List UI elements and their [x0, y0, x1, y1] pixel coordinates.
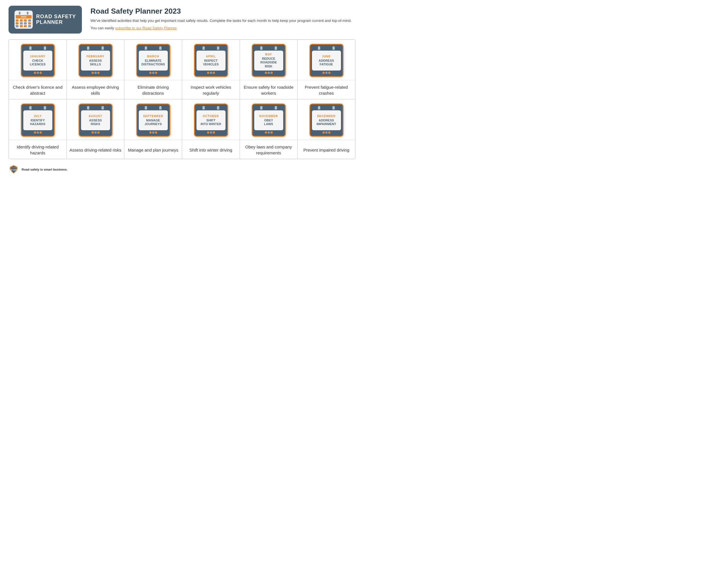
calendar-icon-november: NOVEMBER OBEYLAWS [252, 104, 286, 137]
month-desc-cell-september: Manage and plan journeys [124, 140, 182, 159]
month-name-october: OCTOBER [203, 115, 219, 118]
month-label-august: ASSESSRISKS [89, 119, 102, 126]
month-name-february: FEBRUARY [86, 55, 104, 58]
month-label-june: ADDRESSFATIGUE [319, 59, 334, 66]
month-desc-cell-july: Identify driving-related hazards [9, 140, 67, 159]
month-icon-cell-may: MAY REDUCEROADSIDERISK [240, 40, 297, 80]
calendar-icon-february: FEBRUARY ASSESSSKILLS [78, 44, 113, 77]
month-description-february: Assess employee driving skills [69, 84, 122, 96]
month-name-december: DECEMBER [317, 115, 336, 118]
month-description-september: Manage and plan journeys [128, 147, 178, 153]
calendar-icon-march: MARCH ELIMINATEDISTRACTIONS [136, 44, 170, 77]
header-description: We've identified activities that help yo… [90, 18, 355, 24]
month-name-march: MARCH [147, 55, 159, 58]
month-label-october: SHIFTINTO WINTER [200, 119, 221, 126]
svg-text:AT WORK: AT WORK [10, 167, 17, 169]
header: 2023 ROAD SAFETY PLANNER Road Safety Pla… [9, 6, 355, 34]
calendar-icon-june: JUNE ADDRESSFATIGUE [309, 44, 344, 77]
month-description-march: Eliminate driving distractions [127, 84, 179, 96]
header-content: Road Safety Planner 2023 We've identifie… [90, 7, 355, 32]
calendar-icon-december: DECEMBER ADDRESSIMPAIRMENT [309, 104, 344, 137]
month-label-april: INSPECTVEHICLES [203, 59, 219, 66]
svg-text:ROAD SAFETY: ROAD SAFETY [9, 169, 19, 171]
month-description-july: Identify driving-related hazards [11, 144, 64, 156]
month-description-november: Obey laws and company requirements [242, 144, 295, 156]
month-name-july: JULY [34, 115, 42, 118]
month-icon-cell-september: SEPTEMBER MANAGEJOURNEYS [124, 99, 182, 140]
footer-tagline: Road safety is smart business. [22, 168, 67, 171]
month-label-march: ELIMINATEDISTRACTIONS [141, 59, 165, 66]
month-icon-cell-april: APRIL INSPECTVEHICLES [182, 40, 240, 80]
month-description-april: Inspect work vehicles regularly [185, 84, 237, 96]
month-icon-cell-december: DECEMBER ADDRESSIMPAIRMENT [297, 99, 355, 140]
page-title: Road Safety Planner 2023 [90, 7, 355, 16]
month-desc-cell-november: Obey laws and company requirements [240, 140, 297, 159]
month-description-august: Assess driving-related risks [69, 147, 121, 153]
calendar-icon-april: APRIL INSPECTVEHICLES [194, 44, 228, 77]
month-desc-cell-may: Ensure safety for roadside workers [240, 80, 297, 99]
month-name-may: MAY [265, 53, 272, 56]
month-label-january: CHECKLICENCES [30, 59, 46, 66]
logo-text: ROAD SAFETY PLANNER [36, 14, 76, 25]
month-icon-cell-march: MARCH ELIMINATEDISTRACTIONS [124, 40, 182, 80]
footer-shield-icon: ROAD SAFETY AT WORK [9, 164, 19, 175]
footer-logo: ROAD SAFETY AT WORK [9, 164, 19, 175]
month-name-november: NOVEMBER [259, 115, 278, 118]
month-desc-cell-august: Assess driving-related risks [67, 140, 124, 159]
monthly-grid: JANUARY CHECKLICENCES FEBRUARY ASSESSSKI… [9, 39, 355, 159]
subscribe-line: You can easily subscribe to our Road Saf… [90, 25, 355, 31]
calendar-icon-october: OCTOBER SHIFTINTO WINTER [194, 104, 228, 137]
month-desc-cell-january: Check driver's licence and abstract [9, 80, 67, 99]
month-icon-cell-june: JUNE ADDRESSFATIGUE [297, 40, 355, 80]
month-desc-cell-october: Shift into winter driving [182, 140, 240, 159]
month-icon-cell-august: AUGUST ASSESSRISKS [67, 99, 124, 140]
month-description-june: Prevent fatigue-related crashes [300, 84, 353, 96]
month-name-april: APRIL [206, 55, 216, 58]
month-description-october: Shift into winter driving [189, 147, 232, 153]
month-label-september: MANAGEJOURNEYS [144, 119, 162, 126]
month-label-december: ADDRESSIMPAIRMENT [317, 119, 336, 126]
month-desc-cell-february: Assess employee driving skills [67, 80, 124, 99]
month-desc-cell-march: Eliminate driving distractions [124, 80, 182, 99]
month-name-september: SEPTEMBER [143, 115, 163, 118]
month-desc-cell-june: Prevent fatigue-related crashes [297, 80, 355, 99]
logo-year: 2023 [16, 15, 32, 18]
calendar-icon-may: MAY REDUCEROADSIDERISK [252, 44, 286, 77]
month-desc-cell-december: Prevent impaired driving [297, 140, 355, 159]
month-icon-cell-february: FEBRUARY ASSESSSKILLS [67, 40, 124, 80]
month-name-august: AUGUST [88, 115, 102, 118]
month-desc-cell-april: Inspect work vehicles regularly [182, 80, 240, 99]
month-icon-cell-october: OCTOBER SHIFTINTO WINTER [182, 99, 240, 140]
month-label-july: IDENTIFYHAZARDS [30, 119, 45, 126]
subscribe-link[interactable]: subscribe to our Road Safety Planner [115, 26, 176, 30]
month-description-may: Ensure safety for roadside workers [242, 84, 295, 96]
footer: ROAD SAFETY AT WORK Road safety is smart… [9, 164, 355, 175]
calendar-icon-september: SEPTEMBER MANAGEJOURNEYS [136, 104, 170, 137]
calendar-icon-july: JULY IDENTIFYHAZARDS [21, 104, 55, 137]
logo-calendar: 2023 [15, 11, 33, 29]
month-label-may: REDUCEROADSIDERISK [260, 57, 277, 68]
month-label-november: OBEYLAWS [264, 119, 273, 126]
month-icon-cell-november: NOVEMBER OBEYLAWS [240, 99, 297, 140]
month-name-june: JUNE [322, 55, 331, 58]
month-name-january: JANUARY [30, 55, 45, 58]
calendar-icon-january: JANUARY CHECKLICENCES [21, 44, 55, 77]
month-description-december: Prevent impaired driving [303, 147, 349, 153]
month-icon-cell-january: JANUARY CHECKLICENCES [9, 40, 67, 80]
logo-box: 2023 ROAD SAFETY PLANNER [9, 6, 82, 34]
month-label-february: ASSESSSKILLS [89, 59, 102, 66]
month-description-january: Check driver's licence and abstract [11, 84, 64, 96]
month-icon-cell-july: JULY IDENTIFYHAZARDS [9, 99, 67, 140]
calendar-icon-august: AUGUST ASSESSRISKS [78, 104, 113, 137]
